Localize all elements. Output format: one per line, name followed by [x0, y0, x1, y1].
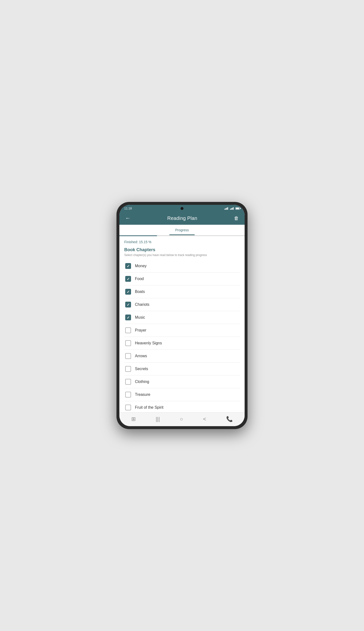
chapter-checkbox[interactable] [125, 379, 131, 385]
chapter-checkbox[interactable]: ✓ [125, 263, 131, 269]
chapter-name: Fruit of the Spirit [135, 405, 163, 410]
nav-phone-icon[interactable]: 📞 [223, 415, 236, 423]
chapter-checkbox[interactable]: ✓ [125, 314, 131, 320]
status-time: 11:18 [124, 207, 132, 210]
delete-button[interactable]: 🗑 [232, 214, 241, 222]
chapter-checkbox[interactable]: ✓ [125, 289, 131, 295]
chapter-name: Heavenly Signs [135, 341, 162, 345]
chapter-checkbox[interactable] [125, 340, 131, 346]
battery-icon [236, 207, 240, 210]
chapter-checkbox[interactable]: ✓ [125, 276, 131, 282]
tab-progress[interactable]: Progress [170, 225, 194, 235]
chapter-name: Boats [135, 290, 145, 294]
chapter-item[interactable]: Heavenly Signs [124, 337, 240, 350]
chapter-checkbox[interactable] [125, 366, 131, 372]
checkmark-icon: ✓ [127, 303, 130, 306]
chapter-name: Money [135, 264, 146, 268]
chapter-item[interactable]: ✓Boats [124, 286, 240, 298]
nav-apps-icon[interactable]: ⊞ [128, 415, 138, 423]
chapter-name: Music [135, 315, 145, 320]
chapter-name: Treasure [135, 392, 150, 397]
chapter-name: Chariots [135, 302, 150, 307]
content-area: Finished: 15.15 % Book Chapters Select c… [120, 236, 244, 412]
signal-icon [224, 207, 228, 210]
chapter-checkbox[interactable]: ✓ [125, 302, 131, 308]
chapter-name: Secrets [135, 367, 148, 371]
chapter-checkbox[interactable] [125, 353, 131, 359]
chapter-checkbox[interactable] [125, 404, 131, 410]
finished-text: Finished: 15.15 % [124, 240, 240, 244]
chapter-checkbox[interactable] [125, 392, 131, 398]
chapter-name: Food [135, 277, 144, 281]
chapter-name: Prayer [135, 328, 146, 332]
camera-notch [180, 207, 184, 210]
chapter-item[interactable]: ✓Chariots [124, 298, 240, 311]
chapter-item[interactable]: Clothing [124, 376, 240, 388]
phone-screen: 11:18 [120, 205, 244, 426]
chapter-item[interactable]: ✓Money [124, 260, 240, 272]
back-button[interactable]: ← [123, 214, 132, 222]
status-icons [224, 207, 240, 210]
chapter-item[interactable]: ✓Music [124, 311, 240, 324]
checkmark-icon: ✓ [127, 316, 130, 320]
phone-frame: 11:18 [116, 202, 248, 429]
checkmark-icon: ✓ [127, 290, 130, 294]
chapter-item[interactable]: Secrets [124, 362, 240, 376]
signal-icon-2 [230, 207, 234, 210]
chapter-item[interactable]: Prayer [124, 324, 240, 337]
camera-dot [180, 207, 184, 210]
chapter-item[interactable]: ✓Food [124, 272, 240, 286]
chapter-list: ✓Money✓Food✓Boats✓Chariots✓MusicPrayerHe… [124, 260, 240, 412]
nav-recents-icon[interactable]: ||| [153, 415, 162, 423]
checkmark-icon: ✓ [127, 264, 130, 268]
book-chapters-title: Book Chapters [124, 247, 240, 252]
chapter-checkbox[interactable] [125, 328, 131, 333]
chapter-item[interactable]: Fruit of the Spirit [124, 401, 240, 412]
bottom-nav: ⊞ ||| ○ < 📞 [120, 412, 244, 426]
chapter-name: Arrows [135, 354, 147, 358]
chapter-item[interactable]: Arrows [124, 350, 240, 362]
app-bar-title: Reading Plan [132, 216, 232, 221]
book-chapters-subtitle: Select chapter(s) you have read below to… [124, 253, 240, 257]
nav-home-icon[interactable]: ○ [177, 415, 186, 423]
status-bar: 11:18 [120, 205, 244, 212]
checkmark-icon: ✓ [127, 277, 130, 281]
chapter-item[interactable]: Treasure [124, 388, 240, 401]
tab-bar: Progress [120, 225, 244, 236]
app-bar: ← Reading Plan 🗑 [120, 212, 244, 225]
nav-back-icon[interactable]: < [200, 415, 209, 423]
chapter-name: Clothing [135, 380, 149, 384]
